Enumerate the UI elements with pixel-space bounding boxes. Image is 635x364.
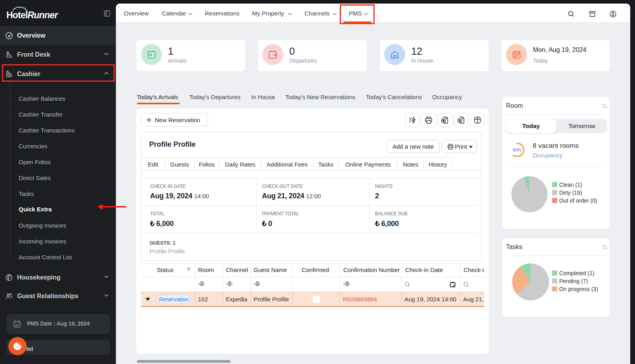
svg-text:60%: 60% — [513, 148, 521, 152]
